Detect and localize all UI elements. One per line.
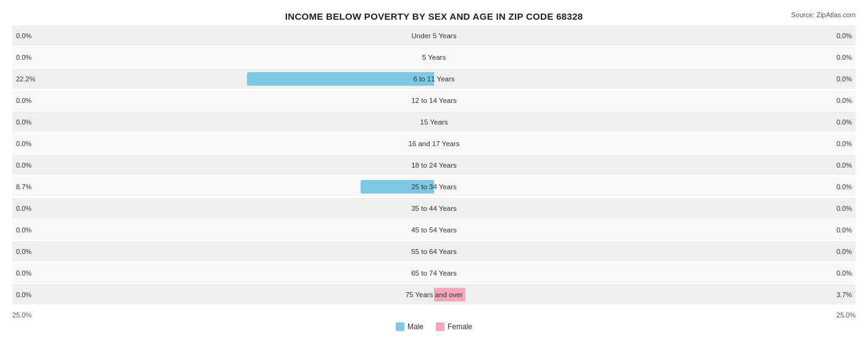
male-value: 0.0% xyxy=(16,162,31,169)
bar-row: 0.0% 5 Years 0.0% xyxy=(12,47,856,67)
male-value: 0.0% xyxy=(16,248,31,255)
bar-row: 0.0% 12 to 14 Years 0.0% xyxy=(12,90,856,110)
female-value: 0.0% xyxy=(837,118,852,126)
male-value: 0.0% xyxy=(16,140,31,147)
x-label-right: 25.0% xyxy=(837,311,856,319)
male-value: 0.0% xyxy=(16,32,31,39)
legend-male: Male xyxy=(396,322,424,331)
legend: Male Female xyxy=(12,322,856,331)
male-value: 0.0% xyxy=(16,54,31,61)
male-value: 0.0% xyxy=(16,291,31,298)
male-bar xyxy=(247,72,434,86)
legend-female: Female xyxy=(436,322,472,331)
male-value: 8.7% xyxy=(16,183,31,190)
male-value: 0.0% xyxy=(16,97,31,104)
female-value: 0.0% xyxy=(837,269,852,277)
male-value: 0.0% xyxy=(16,205,31,212)
legend-male-label: Male xyxy=(407,322,424,331)
female-value: 0.0% xyxy=(837,75,852,83)
bar-row: 0.0% 15 Years 0.0% xyxy=(12,112,856,132)
bar-row: 0.0% 45 to 54 Years 0.0% xyxy=(12,219,856,240)
female-value: 0.0% xyxy=(837,162,852,169)
legend-female-box xyxy=(436,322,444,331)
female-value: 3.7% xyxy=(837,291,852,298)
source-text: Source: ZipAtlas.com xyxy=(791,11,856,18)
bar-row: 22.2% 6 to 11 Years 0.0% xyxy=(12,68,856,89)
female-value: 0.0% xyxy=(837,248,852,255)
chart-title: INCOME BELOW POVERTY BY SEX AND AGE IN Z… xyxy=(12,11,856,22)
female-value: 0.0% xyxy=(837,183,852,190)
male-value: 0.0% xyxy=(16,226,31,234)
x-axis: 25.0% 25.0% xyxy=(12,311,856,319)
female-value: 0.0% xyxy=(837,140,852,147)
bar-row: 0.0% 18 to 24 Years 0.0% xyxy=(12,155,856,175)
bar-row: 0.0% 65 to 74 Years 0.0% xyxy=(12,263,856,283)
legend-male-box xyxy=(396,322,404,331)
x-label-left: 25.0% xyxy=(12,311,31,319)
male-value: 22.2% xyxy=(16,75,35,83)
male-value: 0.0% xyxy=(16,118,31,126)
bar-row: 0.0% 16 and 17 Years 0.0% xyxy=(12,133,856,154)
bar-row: 0.0% 55 to 64 Years 0.0% xyxy=(12,241,856,261)
female-value: 0.0% xyxy=(837,205,852,212)
bar-row: 0.0% 75 Years and over 3.7% xyxy=(12,284,856,305)
bar-row: 8.7% 25 to 34 Years 0.0% xyxy=(12,176,856,197)
female-value: 0.0% xyxy=(837,226,852,234)
chart-container: INCOME BELOW POVERTY BY SEX AND AGE IN Z… xyxy=(0,0,868,344)
male-value: 0.0% xyxy=(16,269,31,277)
female-value: 0.0% xyxy=(837,54,852,61)
bar-row: 0.0% Under 5 Years 0.0% xyxy=(12,25,856,46)
bar-row: 0.0% 35 to 44 Years 0.0% xyxy=(12,198,856,218)
female-value: 0.0% xyxy=(837,97,852,104)
female-value: 0.0% xyxy=(837,32,852,39)
legend-female-label: Female xyxy=(448,322,472,331)
